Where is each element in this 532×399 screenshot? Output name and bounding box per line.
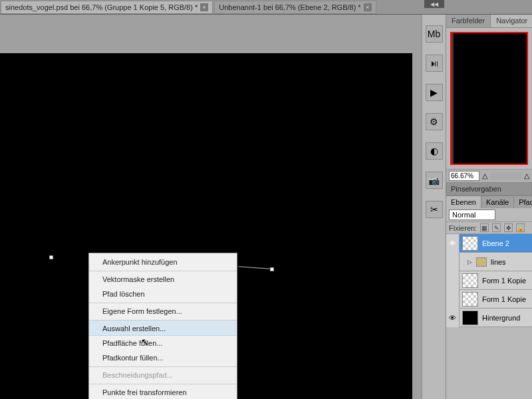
layer-thumbnail[interactable] bbox=[462, 236, 478, 251]
navigator-thumbnail bbox=[454, 33, 527, 164]
menu-fill-path[interactable]: Pfadfläche füllen... bbox=[89, 336, 237, 350]
layer-row[interactable]: 👁 Ebene 2 bbox=[446, 234, 532, 253]
cursor-icon: ↖ bbox=[141, 336, 149, 347]
document-tab-bar: sinedots_vogel.psd bei 66,7% (Gruppe 1 K… bbox=[0, 0, 532, 15]
layer-thumbnail[interactable] bbox=[462, 273, 478, 288]
layer-row[interactable]: Form 1 Kopie bbox=[446, 290, 532, 309]
lock-transparency-icon[interactable]: ▦ bbox=[480, 223, 489, 232]
zoom-out-icon[interactable]: △ bbox=[482, 172, 487, 180]
lock-all-icon[interactable]: 🔒 bbox=[516, 223, 525, 232]
tab-navigator[interactable]: Navigator bbox=[491, 15, 532, 27]
blend-mode-row: Normal bbox=[446, 208, 532, 221]
play-icon[interactable]: ▶ bbox=[426, 84, 443, 101]
mini-toolbar: Mb ⏯ ▶ ⚙ ◐ 📷 ✂ bbox=[422, 15, 446, 399]
layer-name[interactable]: Form 1 Kopie bbox=[481, 277, 532, 285]
blend-mode-select[interactable]: Normal bbox=[449, 209, 495, 220]
mb-tool-icon[interactable]: Mb bbox=[426, 25, 443, 43]
close-icon[interactable]: × bbox=[364, 3, 372, 11]
tab-label: sinedots_vogel.psd bei 66,7% (Gruppe 1 K… bbox=[5, 3, 198, 11]
right-panel-group: Farbfelder Navigator △ △ Pinselvorgaben … bbox=[446, 15, 532, 399]
menu-add-anchor[interactable]: Ankerpunkt hinzufügen bbox=[89, 255, 237, 269]
folder-icon bbox=[476, 257, 487, 267]
menu-delete-path[interactable]: Pfad löschen bbox=[89, 287, 237, 301]
visibility-toggle[interactable]: 👁 bbox=[446, 234, 460, 253]
visibility-toggle[interactable] bbox=[446, 271, 460, 290]
tab-ebenen[interactable]: Ebenen bbox=[446, 196, 481, 208]
workspace: Ankerpunkt hinzufügen Vektormaske erstel… bbox=[0, 15, 532, 399]
layer-name[interactable]: Ebene 2 bbox=[481, 239, 532, 247]
layers-channels-paths-tabs: Ebenen Kanäle Pfade bbox=[446, 196, 532, 208]
layer-group-row[interactable]: ▷ lines bbox=[446, 253, 532, 271]
document-tab-2[interactable]: Unbenannt-1 bei 66,7% (Ebene 2, RGB/8) *… bbox=[214, 1, 376, 14]
layer-thumbnail[interactable] bbox=[462, 311, 478, 325]
layer-row[interactable]: Form 1 Kopie bbox=[446, 271, 532, 290]
color-nav-tabs: Farbfelder Navigator bbox=[446, 15, 532, 28]
contrast-icon[interactable]: ◐ bbox=[426, 142, 443, 160]
layer-name[interactable]: Hintergrund bbox=[481, 314, 532, 322]
lock-row: Fixieren: ▦ ✎ ✥ 🔒 bbox=[446, 221, 532, 234]
expand-panels-button[interactable]: ◀◀ bbox=[424, 0, 444, 8]
lock-move-icon[interactable]: ✥ bbox=[504, 223, 513, 232]
tab-label: Unbenannt-1 bei 66,7% (Ebene 2, RGB/8) * bbox=[219, 3, 360, 11]
tab-pfade[interactable]: Pfade bbox=[514, 196, 532, 208]
layers-panel: Ebenen Kanäle Pfade Normal Fixieren: ▦ ✎… bbox=[446, 196, 532, 327]
zoom-control-row: △ △ bbox=[446, 169, 532, 182]
menu-define-shape[interactable]: Eigene Form festlegen... bbox=[89, 303, 237, 319]
menu-clipping-path: Beschneidungspfad... bbox=[89, 366, 237, 382]
menu-stroke-path[interactable]: Pfadkontur füllen... bbox=[89, 350, 237, 365]
close-icon[interactable]: × bbox=[200, 3, 208, 11]
menu-free-transform[interactable]: Punkte frei transformieren bbox=[89, 384, 237, 399]
visibility-toggle[interactable] bbox=[446, 253, 460, 271]
visibility-toggle[interactable] bbox=[446, 290, 460, 309]
menu-vector-mask[interactable]: Vektormaske erstellen bbox=[89, 271, 237, 287]
layer-name[interactable]: lines bbox=[489, 258, 532, 266]
menu-make-selection[interactable]: Auswahl erstellen... bbox=[89, 320, 237, 336]
path-context-menu: Ankerpunkt hinzufügen Vektormaske erstel… bbox=[88, 253, 237, 399]
fixieren-label: Fixieren: bbox=[449, 224, 477, 232]
canvas-area: Ankerpunkt hinzufügen Vektormaske erstel… bbox=[0, 15, 422, 399]
anchor-point[interactable] bbox=[270, 267, 274, 271]
layer-thumbnail[interactable] bbox=[462, 292, 478, 307]
camera-icon[interactable]: 📷 bbox=[426, 172, 443, 189]
brush-presets-header[interactable]: Pinselvorgaben bbox=[446, 182, 532, 196]
tab-kanale[interactable]: Kanäle bbox=[481, 196, 514, 208]
lock-paint-icon[interactable]: ✎ bbox=[492, 223, 501, 232]
layer-row[interactable]: 👁 Hintergrund bbox=[446, 309, 532, 327]
zoom-input[interactable] bbox=[449, 171, 479, 181]
crop-icon[interactable]: ✂ bbox=[426, 201, 443, 218]
zoom-slider[interactable] bbox=[490, 172, 521, 180]
zoom-in-icon[interactable]: △ bbox=[524, 172, 529, 180]
layer-name[interactable]: Form 1 Kopie bbox=[481, 295, 532, 303]
history-state-icon[interactable]: ⏯ bbox=[426, 55, 443, 72]
settings-icon[interactable]: ⚙ bbox=[426, 113, 443, 130]
disclosure-triangle-icon[interactable]: ▷ bbox=[467, 259, 472, 265]
visibility-toggle[interactable]: 👁 bbox=[446, 309, 460, 327]
tab-farbfelder[interactable]: Farbfelder bbox=[446, 15, 491, 27]
navigator-preview[interactable] bbox=[450, 32, 528, 165]
anchor-point[interactable] bbox=[49, 255, 53, 259]
document-tab-1[interactable]: sinedots_vogel.psd bei 66,7% (Gruppe 1 K… bbox=[1, 1, 213, 14]
